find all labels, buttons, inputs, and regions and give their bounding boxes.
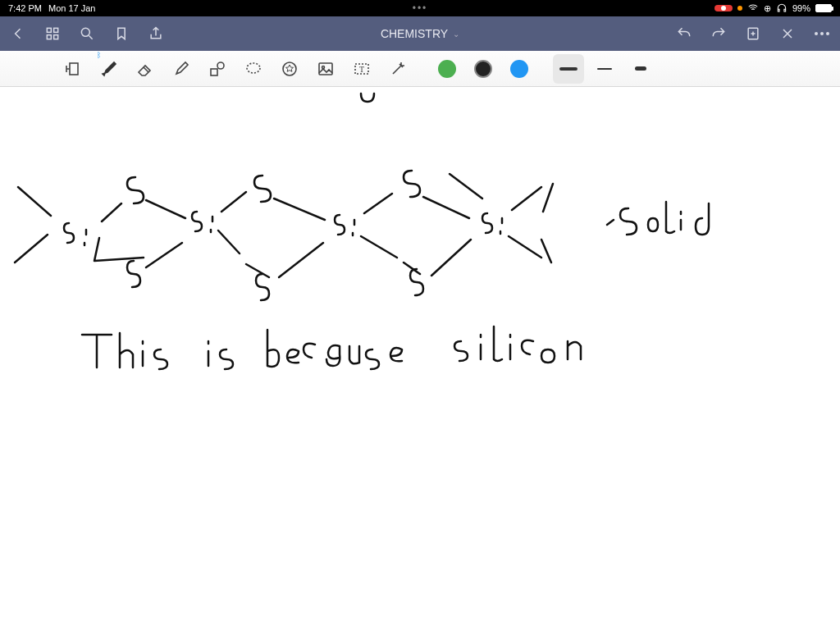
svg-rect-0 [47, 28, 51, 32]
more-menu-button[interactable] [814, 25, 830, 42]
stamp-icon [280, 59, 299, 79]
thickness-thin-icon [597, 68, 612, 70]
green-color-icon [438, 60, 456, 78]
thickness-thick-icon [635, 66, 646, 71]
highlighter-tool[interactable] [166, 54, 197, 84]
black-color-icon [474, 60, 492, 78]
eraser-tool[interactable] [130, 54, 161, 84]
dot-icon [815, 32, 818, 35]
color-black[interactable] [468, 54, 499, 84]
thickness-thin[interactable] [589, 54, 620, 84]
add-page-button[interactable] [745, 25, 761, 42]
shapes-tool[interactable] [202, 54, 233, 84]
blue-color-icon [510, 60, 528, 78]
undo-icon [676, 25, 692, 43]
text-icon: T [352, 59, 372, 79]
note-canvas[interactable] [0, 87, 840, 630]
battery-icon [815, 4, 832, 12]
battery-percent: 99% [792, 3, 810, 13]
svg-text:T: T [359, 65, 364, 74]
undo-button[interactable] [676, 25, 692, 42]
app-nav-bar: CHEMISTRY ⌄ [0, 16, 840, 51]
handwriting-layer [0, 87, 840, 630]
color-green[interactable] [431, 54, 463, 84]
image-tool[interactable] [310, 54, 341, 84]
status-center-dots[interactable]: ••• [413, 2, 428, 14]
page-transition-tool[interactable] [57, 54, 89, 84]
airplay-icon: ⊕ [764, 3, 771, 14]
laser-icon [388, 59, 408, 79]
status-bar: 7:42 PM Mon 17 Jan ••• ⊕ 99% [0, 0, 840, 16]
thickness-medium-icon [559, 67, 578, 71]
svg-point-9 [247, 63, 260, 73]
bookmark-button[interactable] [113, 25, 130, 42]
screen-record-indicator[interactable] [714, 5, 733, 11]
svg-rect-6 [70, 63, 78, 75]
pen-icon [99, 59, 119, 79]
wifi-icon [747, 2, 759, 14]
search-button[interactable] [79, 25, 95, 42]
image-icon [316, 59, 336, 79]
thickness-thick[interactable] [625, 54, 656, 84]
text-tool[interactable]: T [346, 54, 377, 84]
grid-icon [44, 25, 61, 43]
page-transition-icon [63, 59, 83, 79]
highlighter-icon [171, 59, 191, 79]
status-time: 7:42 PM [8, 3, 42, 13]
stamp-tool[interactable] [274, 54, 305, 84]
svg-rect-11 [319, 63, 332, 75]
chevron-left-icon [10, 25, 26, 43]
svg-rect-2 [47, 35, 51, 39]
pen-tool[interactable]: ᛒ [94, 54, 125, 84]
redo-icon [710, 25, 727, 43]
svg-point-8 [217, 62, 224, 69]
eraser-icon [135, 59, 155, 79]
thickness-medium[interactable] [553, 54, 584, 84]
share-button[interactable] [148, 25, 164, 42]
svg-rect-7 [211, 69, 217, 75]
laser-tool[interactable] [382, 54, 413, 84]
svg-point-4 [81, 28, 89, 36]
bookmark-icon [113, 25, 130, 43]
back-button[interactable] [10, 25, 26, 42]
share-icon [148, 25, 164, 43]
document-title[interactable]: CHEMISTRY ⌄ [381, 27, 459, 40]
headphones-icon [776, 2, 788, 14]
close-button[interactable] [779, 25, 796, 42]
svg-rect-1 [54, 28, 58, 32]
dot-icon [820, 32, 824, 35]
title-text: CHEMISTRY [381, 27, 448, 40]
redo-button[interactable] [710, 25, 727, 42]
close-icon [779, 25, 796, 43]
shapes-icon [208, 59, 227, 79]
dot-icon [826, 32, 829, 35]
add-page-icon [745, 25, 761, 43]
orange-privacy-dot [737, 6, 742, 11]
lasso-tool[interactable] [238, 54, 269, 84]
lasso-icon [244, 59, 263, 79]
grid-button[interactable] [44, 25, 61, 42]
color-blue[interactable] [504, 54, 535, 84]
drawing-toolbar: ᛒ T [0, 51, 840, 87]
chevron-down-icon: ⌄ [453, 30, 459, 39]
status-date: Mon 17 Jan [48, 3, 95, 13]
svg-rect-3 [54, 35, 58, 39]
search-icon [79, 25, 95, 43]
bluetooth-icon: ᛒ [97, 51, 101, 59]
